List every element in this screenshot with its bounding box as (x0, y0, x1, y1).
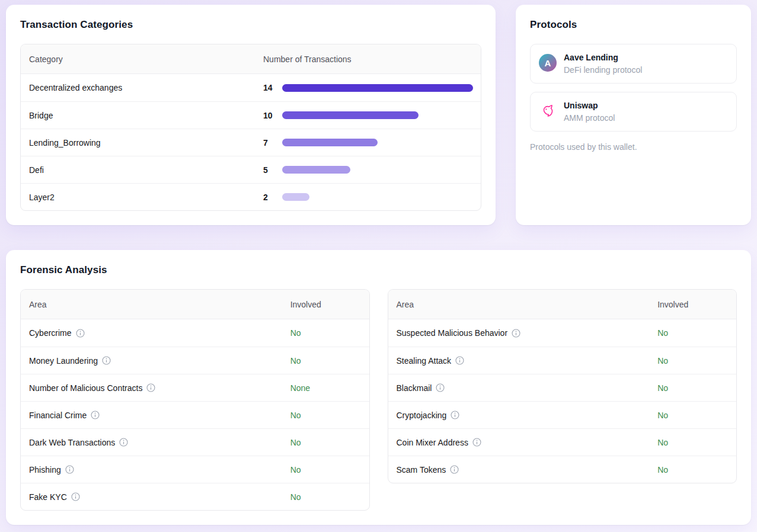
protocols-caption: Protocols used by this wallet. (530, 142, 737, 152)
involved-value: No (290, 411, 301, 420)
column-header-category: Category (21, 55, 255, 64)
uniswap-icon (539, 102, 557, 120)
info-icon[interactable] (450, 465, 459, 474)
forensic-table-right: Area Involved Suspected Malicious Behavi… (388, 289, 737, 483)
forensic-table-left: Area Involved CybercrimeNoMoney Launderi… (20, 289, 370, 511)
forensic-row: CybercrimeNo (21, 319, 369, 347)
info-icon[interactable] (71, 492, 80, 501)
forensic-row: Financial CrimeNo (21, 401, 369, 428)
category-value-cell: 2 (255, 193, 481, 202)
involved-value: None (290, 383, 310, 393)
involved-value: No (657, 411, 668, 420)
category-row: Bridge10 (21, 101, 481, 129)
involved-value: No (657, 438, 668, 447)
involved-value: No (657, 383, 668, 393)
info-icon[interactable] (436, 383, 445, 392)
protocol-description: AMM protocol (564, 113, 615, 123)
category-bar (282, 139, 473, 146)
forensic-area-text: Financial Crime (29, 411, 87, 420)
protocol-name: Aave Lending (564, 53, 642, 62)
category-label: Defi (21, 165, 255, 175)
info-icon[interactable] (102, 356, 111, 365)
forensic-area-text: Stealing Attack (397, 356, 452, 366)
involved-value: No (290, 465, 301, 475)
forensic-area-label: Phishing (29, 465, 74, 475)
info-icon[interactable] (65, 465, 74, 474)
involved-value: No (290, 492, 301, 502)
forensic-area-text: Scam Tokens (397, 465, 446, 475)
transaction-categories-title: Transaction Categories (20, 19, 481, 31)
forensic-tables: Area Involved CybercrimeNoMoney Launderi… (20, 289, 737, 511)
forensic-area-label: Scam Tokens (397, 465, 459, 475)
category-row: Lending_Borrowing7 (21, 129, 481, 156)
forensic-area-label: Money Laundering (29, 356, 111, 366)
category-bar (282, 111, 473, 119)
involved-value: No (657, 328, 668, 338)
category-label: Decentralized exchanges (21, 83, 255, 92)
category-bar (282, 166, 473, 174)
involved-value: No (290, 356, 301, 366)
forensic-right-header: Area Involved (388, 290, 737, 319)
forensic-area-text: Cybercrime (29, 328, 72, 338)
category-value-cell: 14 (255, 83, 481, 92)
forensic-row: Fake KYCNo (21, 483, 369, 510)
aave-icon: A (539, 54, 557, 72)
info-icon[interactable] (472, 438, 481, 447)
forensic-area-text: Dark Web Transactions (29, 438, 115, 447)
forensic-area-text: Coin Mixer Address (397, 438, 468, 447)
transaction-categories-card: Transaction Categories Category Number o… (6, 5, 496, 225)
info-icon[interactable] (119, 438, 128, 447)
category-row: Layer22 (21, 183, 481, 210)
dashboard-page: Transaction Categories Category Number o… (0, 0, 757, 530)
forensic-row: Scam TokensNo (388, 456, 737, 483)
protocols-title: Protocols (530, 19, 737, 31)
info-icon[interactable] (512, 329, 520, 338)
category-bar (282, 193, 473, 201)
forensic-row: BlackmailNo (388, 374, 737, 401)
forensic-right-rows: Suspected Malicious BehaviorNoStealing A… (388, 319, 737, 483)
protocols-card: Protocols AAave LendingDeFi lending prot… (516, 5, 751, 225)
info-icon[interactable] (76, 329, 85, 338)
column-header-involved: Involved (282, 300, 369, 309)
info-icon[interactable] (455, 356, 464, 365)
forensic-area-label: Stealing Attack (397, 356, 465, 366)
top-row: Transaction Categories Category Number o… (6, 5, 751, 225)
forensic-area-text: Number of Malicious Contracts (29, 383, 142, 393)
forensic-area-label: Number of Malicious Contracts (29, 383, 155, 393)
forensic-left-rows: CybercrimeNoMoney LaunderingNoNumber of … (21, 319, 369, 510)
forensic-row: Stealing AttackNo (388, 347, 737, 374)
column-header-area: Area (388, 300, 650, 309)
forensic-area-text: Blackmail (397, 383, 432, 393)
info-icon[interactable] (91, 411, 100, 419)
protocol-item: AAave LendingDeFi lending protocol (530, 44, 737, 84)
forensic-area-label: Financial Crime (29, 411, 100, 420)
transaction-categories-table: Category Number of Transactions Decentra… (20, 44, 481, 211)
involved-value: No (290, 328, 301, 338)
involved-value: No (657, 465, 668, 475)
forensic-area-label: Suspected Malicious Behavior (397, 328, 521, 338)
category-value-cell: 10 (255, 111, 481, 120)
involved-value: No (290, 438, 301, 447)
info-icon[interactable] (146, 383, 155, 392)
forensic-left-header: Area Involved (21, 290, 369, 319)
category-count: 14 (263, 83, 276, 92)
category-count: 10 (263, 111, 276, 120)
category-row: Defi5 (21, 156, 481, 183)
forensic-area-label: Dark Web Transactions (29, 438, 128, 447)
column-header-area: Area (21, 300, 282, 309)
transaction-categories-header: Category Number of Transactions (21, 44, 481, 74)
column-header-involved: Involved (649, 300, 736, 309)
forensic-row: Suspected Malicious BehaviorNo (388, 319, 737, 347)
info-icon[interactable] (451, 411, 459, 419)
forensic-area-text: Phishing (29, 465, 61, 475)
protocol-item: UniswapAMM protocol (530, 92, 737, 132)
forensic-area-text: Suspected Malicious Behavior (397, 328, 508, 338)
category-label: Lending_Borrowing (21, 138, 255, 148)
forensic-area-text: Cryptojacking (397, 411, 447, 420)
protocol-name: Uniswap (564, 101, 615, 110)
forensic-analysis-card: Forensic Analysis Area Involved Cybercri… (6, 250, 751, 525)
forensic-analysis-title: Forensic Analysis (20, 264, 737, 276)
category-label: Layer2 (21, 193, 255, 202)
column-header-number: Number of Transactions (255, 55, 481, 64)
forensic-row: PhishingNo (21, 456, 369, 483)
